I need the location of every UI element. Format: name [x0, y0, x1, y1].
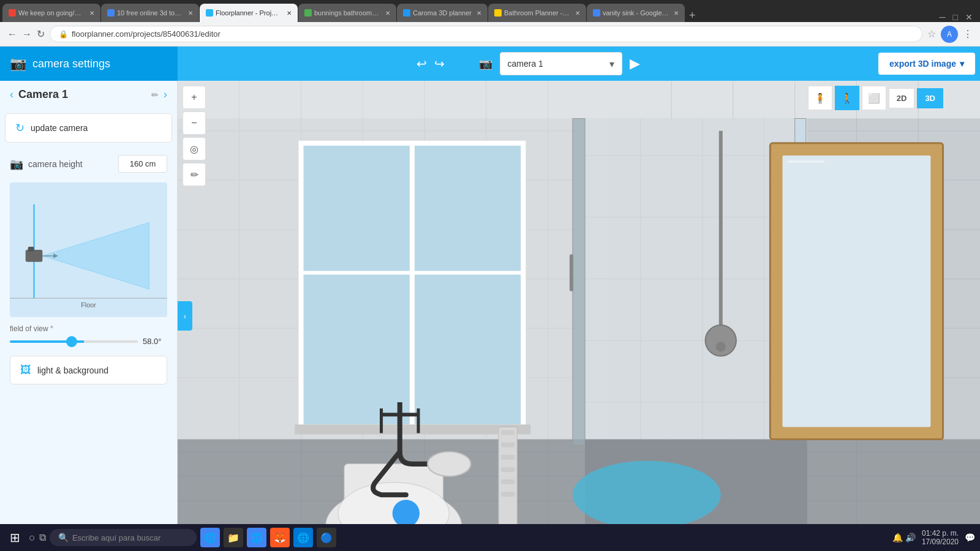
collapse-panel-button[interactable]: ‹	[178, 301, 192, 331]
taskbar-edge-icon[interactable]: 🌐	[293, 528, 313, 547]
svg-marker-7	[42, 223, 149, 290]
2d-mode-button[interactable]: 2D	[889, 88, 915, 108]
tab-favicon-caroma	[403, 9, 410, 17]
fov-slider[interactable]	[10, 340, 138, 343]
tab-close-gmail[interactable]: ✕	[89, 10, 94, 17]
restore-button[interactable]: □	[953, 12, 958, 22]
bookmark-button[interactable]: ☆	[927, 28, 936, 40]
taskbar-chrome-icon[interactable]: 🌐	[200, 528, 220, 547]
view-controls: 🧍 🚶 ⬜ 2D 3D	[808, 86, 943, 110]
zoom-in-button[interactable]: +	[183, 86, 206, 109]
back-button[interactable]: ←	[7, 29, 17, 40]
task-view-button[interactable]: ⧉	[39, 532, 46, 543]
taskbar-file-manager-icon[interactable]: 📁	[224, 528, 243, 547]
zoom-out-button[interactable]: −	[183, 111, 206, 135]
address-text: floorplanner.com/projects/85400631/edito…	[72, 29, 221, 39]
light-background-button[interactable]: 🖼 light & background	[10, 356, 167, 384]
walk-view-button[interactable]: 🚶	[835, 86, 859, 110]
taskbar-firefox-icon[interactable]: 🦊	[270, 528, 290, 547]
current-date: 17/09/2020	[922, 538, 959, 546]
tab-favicon-ikea	[494, 9, 502, 17]
svg-point-86	[393, 500, 420, 527]
sidebar-prev-button[interactable]: ‹	[10, 88, 13, 101]
toolbar-left: 📷 camera settings	[0, 47, 178, 81]
tab-favicon-fp	[206, 9, 213, 17]
camera-height-row: 📷 camera height 160 cm	[5, 150, 172, 178]
reload-button[interactable]: ↻	[37, 28, 45, 40]
svg-text:Floor: Floor	[81, 301, 96, 309]
tab-favicon-bunnings	[304, 9, 312, 17]
tab-bunnings[interactable]: bunnings bathroom pl... ✕	[298, 4, 396, 22]
forward-button[interactable]: →	[22, 29, 32, 40]
tab-close-google[interactable]: ✕	[674, 10, 679, 17]
export-button[interactable]: export 3D image ▾	[878, 53, 975, 75]
toolbar-right: export 3D image ▾	[878, 47, 980, 81]
camera-height-input[interactable]: 160 cm	[118, 155, 167, 173]
taskbar-chrome2-icon[interactable]: 🌐	[247, 528, 266, 547]
update-camera-label: update camera	[31, 123, 88, 133]
cortana-button[interactable]: ○	[29, 531, 36, 544]
update-camera-icon: ↻	[15, 121, 24, 135]
toolbar-title: camera settings	[32, 58, 110, 70]
address-bar[interactable]: 🔒 floorplanner.com/projects/85400631/edi…	[50, 26, 922, 42]
person-view-button[interactable]: 🧍	[808, 86, 832, 110]
profile-button[interactable]: A	[941, 26, 958, 43]
close-button[interactable]: ✕	[965, 12, 973, 22]
tab-caroma[interactable]: Caroma 3D planner ✕	[397, 4, 488, 22]
camera-select-dropdown[interactable]: camera 1 ▾	[500, 52, 622, 75]
tab-close-3d[interactable]: ✕	[188, 10, 193, 17]
tab-bar: We keep on going/We... ✕ 10 free online …	[0, 0, 980, 22]
tab-fp[interactable]: Floorplanner - Project... ✕	[200, 4, 298, 22]
svg-rect-71	[788, 160, 824, 163]
start-button[interactable]: ⊞	[5, 530, 25, 545]
svg-rect-77	[501, 443, 514, 448]
target-button[interactable]: ◎	[183, 137, 206, 160]
undo-button[interactable]: ↩	[417, 56, 427, 71]
taskbar-app-icon[interactable]: 🔵	[317, 528, 336, 547]
tab-close-caroma[interactable]: ✕	[477, 10, 481, 17]
tab-ikea[interactable]: Bathroom Planner - IKI... ✕	[488, 4, 586, 22]
menu-button[interactable]: ⋮	[963, 28, 973, 40]
svg-rect-61	[573, 119, 585, 446]
play-button[interactable]: ▶	[630, 56, 640, 72]
taskbar-search[interactable]: 🔍 Escribe aquí para buscar	[50, 529, 197, 546]
search-placeholder: Escribe aquí para buscar	[72, 533, 161, 542]
light-bg-label: light & background	[37, 365, 108, 375]
new-tab-button[interactable]: +	[685, 9, 699, 22]
tab-close-ikea[interactable]: ✕	[575, 10, 580, 17]
minimize-button[interactable]: ─	[940, 12, 946, 22]
tab-google[interactable]: vanity sink - Google Se... ✕	[587, 4, 685, 22]
light-icon: 🖼	[20, 364, 31, 377]
notification-button[interactable]: 💬	[965, 533, 975, 542]
fov-value: 58.0°	[143, 337, 167, 346]
screen-view-button[interactable]: ⬜	[862, 86, 886, 110]
fov-slider-row: 58.0°	[10, 337, 167, 346]
tab-favicon-3d	[107, 9, 115, 17]
redo-button[interactable]: ↪	[434, 56, 445, 71]
pencil-button[interactable]: ✏	[183, 163, 206, 186]
tab-close-fp[interactable]: ✕	[287, 10, 292, 17]
sidebar-next-button[interactable]: ›	[164, 88, 167, 101]
main-toolbar: 📷 camera settings ↩ ↪ 📷 camera 1 ▾ ▶ exp…	[0, 47, 980, 81]
tab-3d[interactable]: 10 free online 3d tools... ✕	[101, 4, 199, 22]
tab-close-bunnings[interactable]: ✕	[385, 10, 390, 17]
svg-point-67	[716, 342, 726, 351]
fov-label: field of view °	[10, 324, 167, 333]
tab-gmail[interactable]: We keep on going/We... ✕	[2, 4, 100, 22]
svg-point-85	[428, 452, 471, 476]
sidebar-title: Camera 1	[18, 88, 146, 101]
dropdown-arrow: ▾	[609, 58, 614, 70]
svg-point-68	[573, 461, 721, 529]
update-camera-button[interactable]: ↻ update camera	[5, 113, 172, 143]
sidebar-header: ‹ Camera 1 ✏ ›	[0, 81, 177, 108]
fov-section: field of view ° 58.0°	[5, 320, 172, 351]
3d-mode-button[interactable]: 3D	[917, 88, 943, 108]
edit-icon[interactable]: ✏	[151, 90, 159, 100]
taskbar-right: 🔔 🔊 01:42 p. m. 17/09/2020 💬	[892, 529, 975, 546]
camera-3d-icon: 📷	[479, 57, 492, 70]
camera-icon: 📷	[10, 56, 26, 72]
left-tools: + − ◎ ✏	[183, 86, 206, 186]
tab-favicon-gmail	[9, 9, 16, 17]
canvas-area: + − ◎ ✏ 🧍 🚶 ⬜ 2D 3D ‹	[178, 81, 980, 551]
sidebar: ‹ Camera 1 ✏ › ↻ update camera 📷 camera …	[0, 81, 178, 551]
